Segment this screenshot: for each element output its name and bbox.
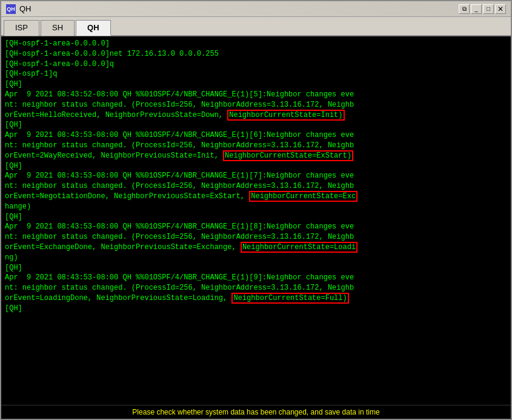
terminal-line: [QH-ospf-1-area-0.0.0.0] <box>5 39 507 49</box>
tab-bar: ISP SH QH <box>1 17 511 36</box>
terminal-line: nt: neighbor status changed. (ProcessId=… <box>5 232 507 242</box>
tab-qh[interactable]: QH <box>76 20 111 36</box>
main-window: QH QH ⧉ _ □ ✕ ISP SH QH [QH-ospf-1-area-… <box>0 0 512 420</box>
title-bar: QH QH ⧉ _ □ ✕ <box>1 1 511 17</box>
terminal-line: nt: neighbor status changed. (ProcessId=… <box>5 100 507 110</box>
maximize-button[interactable]: □ <box>483 4 494 14</box>
terminal-line: [QH] <box>5 79 507 90</box>
status-text: Please check whether system data has bee… <box>132 408 379 416</box>
terminal-line: Apr 9 2021 08:43:53-08:00 QH %%01OSPF/4/… <box>5 273 507 283</box>
tab-isp[interactable]: ISP <box>4 20 39 36</box>
window-title: QH <box>19 4 32 13</box>
terminal-line: [QH-ospf-1-area-0.0.0.0]net 172.16.13.0 … <box>5 49 507 59</box>
terminal-line: Apr 9 2021 08:43:53-08:00 QH %%01OSPF/4/… <box>5 130 507 141</box>
terminal-line: Apr 9 2021 08:43:53-08:00 QH %%01OSPF/4/… <box>5 171 507 181</box>
terminal-line: [QH] <box>5 120 507 130</box>
terminal-line: [QH] <box>5 161 507 172</box>
close-button[interactable]: ✕ <box>495 4 506 14</box>
highlighted-state: NeighborCurrentState=Exc <box>249 191 357 202</box>
terminal-line: nt: neighbor status changed. (ProcessId=… <box>5 283 507 293</box>
terminal-line: [QH] <box>5 212 507 222</box>
terminal-line: Apr 9 2021 08:43:53-08:00 QH %%01OSPF/4/… <box>5 222 507 232</box>
status-bar: Please check whether system data has bee… <box>1 405 511 419</box>
terminal-line: [QH] <box>5 304 507 314</box>
terminal-line: Apr 9 2021 08:43:52-08:00 QH %%01OSPF/4/… <box>5 90 507 100</box>
content-area: [QH-ospf-1-area-0.0.0.0][QH-ospf-1-area-… <box>1 36 511 419</box>
terminal-line: [QH-ospf-1]q <box>5 69 507 79</box>
terminal-line: orEvent=LoadingDone, NeighborPreviousSta… <box>5 293 507 304</box>
minimize-button[interactable]: _ <box>471 4 482 14</box>
terminal-line: nt: neighbor status changed. (ProcessId=… <box>5 181 507 192</box>
terminal-line: orEvent=ExchangeDone, NeighborPreviousSt… <box>5 242 507 253</box>
terminal-line: [QH] <box>5 263 507 273</box>
highlighted-state: NeighborCurrentState=ExStart) <box>223 150 353 161</box>
terminal-line: nt: neighbor status changed. (ProcessId=… <box>5 141 507 151</box>
terminal-line: orEvent=2WayReceived, NeighborPreviousSt… <box>5 151 507 161</box>
terminal-line: hange) <box>5 202 507 212</box>
window-icon: QH <box>6 4 16 14</box>
tab-sh[interactable]: SH <box>41 20 75 36</box>
highlighted-state: NeighborCurrentState=Loadi <box>241 242 357 253</box>
highlighted-state: NeighborCurrentState=Full) <box>231 293 348 304</box>
window-controls: ⧉ _ □ ✕ <box>459 4 506 14</box>
terminal-line: [QH-ospf-1-area-0.0.0.0]q <box>5 59 507 70</box>
terminal-line: orEvent=HelloReceived, NeighborPreviousS… <box>5 110 507 121</box>
title-bar-left: QH QH <box>6 4 32 14</box>
highlighted-state: NeighborCurrentState=Init) <box>227 110 344 121</box>
restore-button[interactable]: ⧉ <box>459 4 470 14</box>
terminal-line: ng) <box>5 253 507 263</box>
terminal-output[interactable]: [QH-ospf-1-area-0.0.0.0][QH-ospf-1-area-… <box>1 36 511 405</box>
terminal-line: orEvent=NegotiationDone, NeighborPreviou… <box>5 192 507 202</box>
